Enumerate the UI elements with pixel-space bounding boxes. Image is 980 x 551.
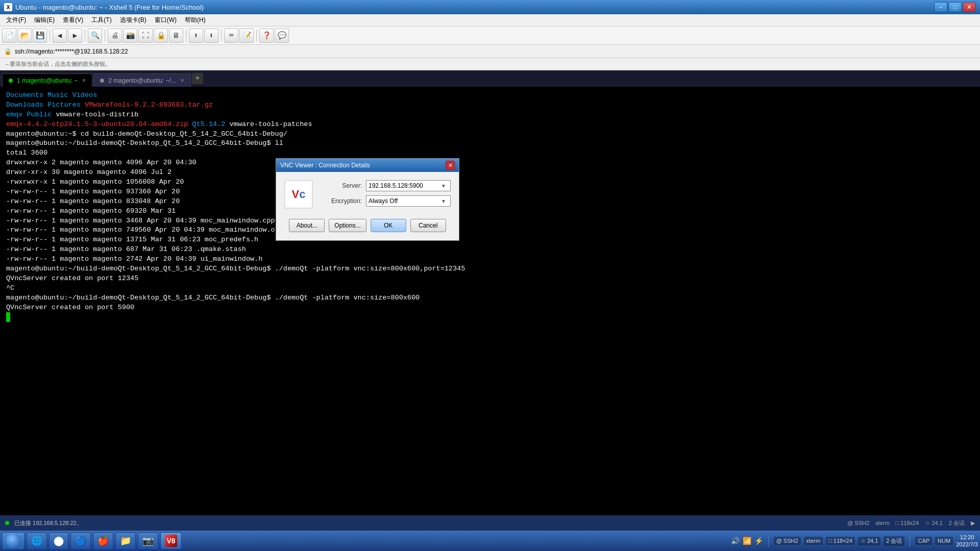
num-indicator: NUM bbox=[935, 537, 953, 545]
terminal-line-10: -rwxrwxr-x 1 magento magento 1056008 Apr… bbox=[6, 178, 974, 187]
tab-bar: 1 magento@ubuntu: ~ ✕ 2 magento@ubuntu: … bbox=[0, 70, 980, 87]
tab-add-button[interactable]: + bbox=[192, 73, 203, 84]
terminal-line-1: Documents Music Videos bbox=[6, 91, 974, 101]
taskbar: 🌐 ⬤ 🔵 🍎 📁 📷 V8 🔊 📶 ⚡ @ SSH2 xterm □ 118×… bbox=[0, 531, 980, 551]
toolbar-lock[interactable]: 🔒 bbox=[154, 29, 168, 43]
toolbar-forward[interactable]: ▶ bbox=[68, 29, 82, 43]
title-bar-buttons: − □ ✕ bbox=[934, 2, 976, 12]
toolbar-print[interactable]: 🖨 bbox=[108, 29, 122, 43]
toolbar-cmd[interactable]: ⌨ bbox=[224, 29, 238, 43]
taskbar-xshell[interactable]: V8 bbox=[160, 532, 182, 549]
term-public: Public bbox=[27, 111, 52, 118]
taskbar-app-folder[interactable]: 📁 bbox=[115, 532, 136, 549]
address-text: ssh://magento:********@192.168.5.128:22 bbox=[15, 48, 128, 55]
status-scroll[interactable]: ▶ bbox=[971, 520, 975, 527]
vnc-encryption-value: Always Off bbox=[369, 197, 398, 205]
tab-1-close[interactable]: ✕ bbox=[82, 78, 86, 83]
terminal-line-12: -rw-rw-r-- 1 magento magento 833048 Apr … bbox=[6, 197, 974, 207]
maximize-button[interactable]: □ bbox=[948, 2, 962, 12]
info-text: 要添加当前会话，点击左侧的箭头按钮。 bbox=[10, 60, 111, 68]
toolbar-upload[interactable]: ⬆ bbox=[189, 29, 203, 43]
toolbar-open[interactable]: 📂 bbox=[17, 29, 32, 43]
menu-tabs[interactable]: 选项卡(B) bbox=[116, 15, 151, 26]
terminal-cursor bbox=[6, 312, 974, 322]
vnc-encryption-row: Encryption: Always Off ▼ bbox=[321, 195, 451, 207]
vnc-close-button[interactable]: ✕ bbox=[446, 161, 455, 170]
toolbar-screenshot[interactable]: 📸 bbox=[123, 29, 137, 43]
taskbar-app-android[interactable]: 🍎 bbox=[93, 532, 113, 549]
term-vmtools-patches: vmware-tools-patches bbox=[230, 120, 312, 128]
title-bar-left: X Ubuntu - magento@ubuntu: ~ - Xshell 5 … bbox=[4, 3, 204, 11]
menu-tools[interactable]: 工具(T) bbox=[87, 15, 115, 26]
menu-file[interactable]: 文件(F) bbox=[2, 15, 30, 26]
terminal-line-3: emqx Public vmware-tools-distrib bbox=[6, 110, 974, 120]
sep3 bbox=[105, 30, 105, 42]
terminal-line-17: -rw-rw-r-- 1 magento magento 687 Mar 31 … bbox=[6, 245, 974, 255]
terminal-line-6: magento@ubuntu:~/build-demoQt-Desktop_Qt… bbox=[6, 139, 974, 148]
start-orb-icon bbox=[6, 533, 21, 548]
tab-2[interactable]: 2 magento@ubuntu: ~/... ✕ bbox=[93, 73, 191, 87]
vnc-options-button[interactable]: Options... bbox=[329, 219, 366, 232]
taskbar-app-ie[interactable]: 🌐 bbox=[27, 532, 47, 549]
tab-1[interactable]: 1 magento@ubuntu: ~ ✕ bbox=[2, 73, 92, 87]
tab-2-close[interactable]: ✕ bbox=[180, 78, 184, 83]
terminal-line-23: QVncServer created on port 5900 bbox=[6, 303, 974, 313]
info-bar: → 要添加当前会话，点击左侧的箭头按钮。 bbox=[0, 58, 980, 70]
term-emqx-zip: emqx-4.4.2-otp24.1.5-3-ubuntu20.04-amd64… bbox=[6, 120, 188, 128]
terminal-area[interactable]: Documents Music Videos Downloads Picture… bbox=[0, 87, 980, 362]
vnc-dialog-body: Vc Server: 192.168.5.128:5900 ▼ Encrypti… bbox=[276, 172, 459, 240]
status-right: @ SSH2 xterm □ 118x24 ☆ 24.1 2 会话 ▶ bbox=[847, 519, 975, 527]
toolbar-save[interactable]: 💾 bbox=[33, 29, 47, 43]
term-vmwaretools: VMwareTools-9.2.2-893683.tar.gz bbox=[85, 101, 213, 109]
menu-help[interactable]: 帮助(H) bbox=[181, 15, 210, 26]
vnc-server-dropdown-icon[interactable]: ▼ bbox=[441, 183, 448, 189]
tab-1-label: 1 magento@ubuntu: ~ bbox=[17, 77, 78, 84]
taskbar-app-chrome[interactable]: ⬤ bbox=[49, 532, 68, 549]
toolbar: 📄 📂 💾 ◀ ▶ 🔍 🖨 📸 ⛶ 🔒 🖥 ⬆ ⬇ ⌨ 📝 ❓ 💬 bbox=[0, 27, 980, 45]
terminal-line-20: QVncServer created on port 12345 bbox=[6, 274, 974, 284]
tab-dot-2 bbox=[100, 79, 104, 83]
toolbar-back[interactable]: ◀ bbox=[53, 29, 67, 43]
toolbar-fullscreen[interactable]: ⛶ bbox=[138, 29, 153, 43]
toolbar-help[interactable]: ❓ bbox=[259, 29, 274, 43]
taskbar-app-browser2[interactable]: 🔵 bbox=[70, 532, 91, 549]
close-button[interactable]: ✕ bbox=[963, 2, 976, 12]
tab-2-label: 2 magento@ubuntu: ~/... bbox=[108, 77, 176, 84]
menu-edit[interactable]: 编辑(E) bbox=[30, 15, 59, 26]
taskbar-app-camera[interactable]: 📷 bbox=[138, 532, 158, 549]
term-qt: Qt5.14.2 bbox=[192, 120, 226, 128]
vnc-server-input[interactable]: 192.168.5.128:5900 ▼ bbox=[366, 180, 451, 191]
vnc-encryption-label: Encryption: bbox=[321, 197, 362, 205]
term-emqx: emqx bbox=[6, 111, 22, 118]
tray-icon-network: 📶 bbox=[743, 537, 751, 545]
menu-window[interactable]: 窗口(W) bbox=[151, 15, 181, 26]
toolbar-search[interactable]: 🔍 bbox=[88, 29, 102, 43]
vnc-encryption-dropdown-icon[interactable]: ▼ bbox=[441, 198, 448, 204]
status-text: 已连接 192.168.5.128:22。 bbox=[14, 519, 82, 527]
vnc-cancel-button[interactable]: Cancel bbox=[410, 219, 446, 232]
toolbar-monitor[interactable]: 🖥 bbox=[169, 29, 183, 43]
status-size-tb: □ 118×24 bbox=[826, 537, 855, 545]
taskbar-right: 🔊 📶 ⚡ @ SSH2 xterm □ 118×24 ☆ 24,1 2 会话 … bbox=[731, 534, 978, 548]
vnc-fields: Server: 192.168.5.128:5900 ▼ Encryption:… bbox=[321, 180, 451, 211]
xshell-icon: V8 bbox=[165, 535, 177, 547]
vnc-encryption-input[interactable]: Always Off ▼ bbox=[366, 195, 451, 207]
minimize-button[interactable]: − bbox=[934, 2, 947, 12]
terminal-line-15: -rw-rw-r-- 1 magento magento 749560 Apr … bbox=[6, 226, 974, 235]
start-button[interactable] bbox=[2, 532, 24, 549]
status-sessions-tb: 2 会话 bbox=[884, 536, 904, 546]
toolbar-chat[interactable]: 💬 bbox=[275, 29, 289, 43]
title-bar: X Ubuntu - magento@ubuntu: ~ - Xshell 5 … bbox=[0, 0, 980, 14]
terminal-line-14: -rw-rw-r-- 1 magento magento 3468 Apr 20… bbox=[6, 216, 974, 226]
vnc-about-button[interactable]: About... bbox=[289, 219, 325, 232]
terminal-line-2: Downloads Pictures VMwareTools-9.2.2-893… bbox=[6, 101, 974, 110]
term-downloads: Downloads bbox=[6, 101, 43, 109]
menu-view[interactable]: 查看(V) bbox=[59, 15, 87, 26]
vnc-ok-button[interactable]: OK bbox=[371, 219, 406, 232]
sep2 bbox=[85, 30, 85, 42]
terminal-line-8: drwxrwxr-x 2 magento magento 4096 Apr 20… bbox=[6, 158, 974, 168]
toolbar-download[interactable]: ⬇ bbox=[204, 29, 218, 43]
address-bar: 🔒 ssh://magento:********@192.168.5.128:2… bbox=[0, 45, 980, 58]
toolbar-script[interactable]: 📝 bbox=[239, 29, 254, 43]
toolbar-new[interactable]: 📄 bbox=[2, 29, 16, 43]
